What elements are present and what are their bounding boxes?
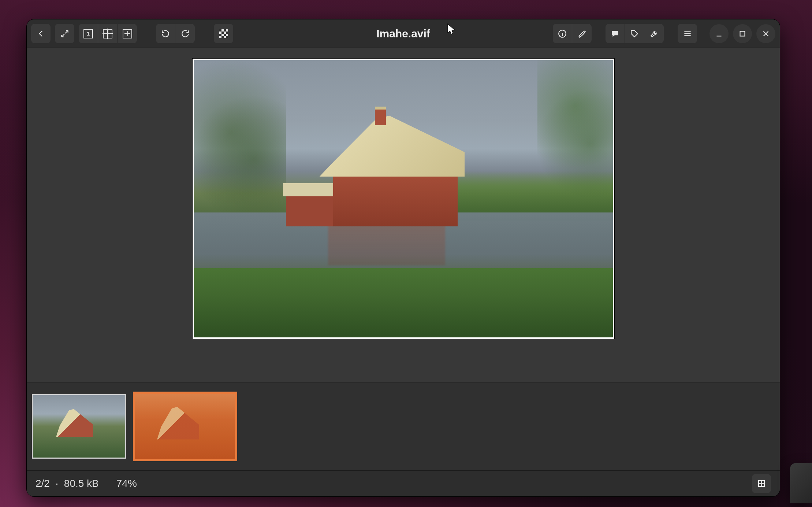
rotate-cw-button[interactable] [175, 24, 195, 43]
status-position-size: 2/2 · 80.5 kB [36, 478, 99, 489]
tools-button[interactable] [644, 24, 664, 43]
checkerboard-icon [219, 29, 228, 38]
fullscreen-button[interactable] [55, 24, 74, 43]
grid-view-button[interactable] [752, 474, 771, 493]
zoom-group: 1 [79, 24, 137, 43]
thumbnail-2[interactable] [133, 392, 237, 461]
svg-rect-1 [740, 31, 745, 36]
brush-icon [577, 29, 587, 38]
close-icon [761, 29, 771, 38]
svg-rect-2 [759, 481, 761, 483]
displayed-image [194, 60, 613, 337]
thumbnail-strip [27, 382, 780, 470]
comment-icon [610, 29, 620, 38]
status-zoom: 74% [116, 478, 137, 489]
toolbar: 1 Imahe.avif [27, 19, 780, 48]
minimize-button[interactable] [709, 24, 729, 43]
zoom-in-icon [123, 29, 132, 38]
maximize-icon [738, 29, 747, 38]
thumbnail-image [33, 395, 125, 458]
hamburger-menu-button[interactable] [678, 24, 697, 43]
thumbnail-1[interactable] [32, 394, 126, 459]
info-edit-group [553, 24, 592, 43]
chevron-left-icon [36, 29, 46, 38]
comment-button[interactable] [606, 24, 625, 43]
maximize-button[interactable] [733, 24, 752, 43]
zoom-in-button[interactable] [118, 24, 137, 43]
zoom-fit-button[interactable] [98, 24, 118, 43]
tag-icon [630, 29, 639, 38]
svg-rect-5 [762, 484, 764, 486]
rotate-ccw-button[interactable] [156, 24, 175, 43]
edit-button[interactable] [572, 24, 592, 43]
adjacent-window-fragment [790, 463, 812, 503]
rotate-cw-icon [180, 29, 190, 38]
minimize-icon [714, 29, 724, 38]
thumbnail-image [135, 394, 235, 459]
menu-icon [683, 29, 692, 38]
info-icon [558, 29, 567, 38]
svg-rect-3 [762, 481, 764, 483]
window-title: Imahe.avif [376, 27, 430, 40]
title-area: Imahe.avif [376, 19, 430, 48]
rotate-group [156, 24, 195, 43]
zoom-fit-icon [103, 29, 112, 38]
wrench-icon [649, 29, 659, 38]
fullscreen-icon [60, 29, 70, 38]
image-viewer-window: 1 Imahe.avif [27, 19, 780, 496]
grid-icon [757, 479, 766, 488]
close-button[interactable] [756, 24, 775, 43]
status-bar: 2/2 · 80.5 kB 74% [27, 470, 780, 496]
tag-button[interactable] [625, 24, 644, 43]
svg-rect-4 [759, 484, 761, 486]
back-button[interactable] [31, 24, 51, 43]
transparency-toggle-button[interactable] [214, 24, 233, 43]
image-frame [192, 58, 615, 339]
rotate-ccw-icon [161, 29, 170, 38]
properties-button[interactable] [553, 24, 572, 43]
meta-group [606, 24, 664, 43]
zoom-100-button[interactable]: 1 [79, 24, 98, 43]
zoom-100-icon: 1 [83, 29, 93, 38]
image-canvas[interactable] [27, 48, 780, 382]
